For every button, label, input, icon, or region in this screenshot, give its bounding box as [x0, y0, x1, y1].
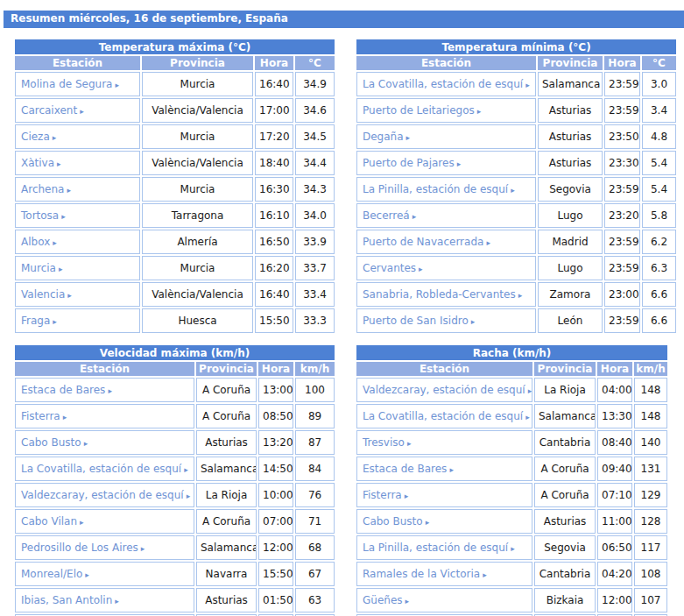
table-row: La Covatilla, estación de esquí▸Salamanc… — [15, 457, 335, 481]
table-temp-max: Temperatura máxima (°C) Estación Provinc… — [13, 38, 336, 335]
station-link[interactable]: Puerto de Leitariegos▸ — [363, 104, 481, 117]
station-cell: Albox▸ — [15, 230, 140, 254]
station-link[interactable]: Sanabria, Robleda-Cervantes▸ — [363, 288, 522, 301]
station-link[interactable]: Estaca de Bares▸ — [363, 463, 454, 475]
station-link[interactable]: La Covatilla, estación de esquí▸ — [21, 463, 188, 475]
station-link[interactable]: Cabo Vilan▸ — [21, 515, 84, 527]
arrow-right-icon: ▸ — [511, 544, 515, 553]
province-cell: Almería — [142, 230, 253, 254]
hour-cell: 15:50 — [258, 562, 293, 586]
station-link[interactable]: Tortosa▸ — [21, 209, 66, 222]
province-cell: Zamora — [538, 282, 603, 307]
value-cell: 33.7 — [295, 256, 335, 280]
station-link[interactable]: Puerto de Navacerrada▸ — [363, 236, 490, 248]
station-link[interactable]: Ibias, San Antolin▸ — [21, 594, 119, 606]
column-header-station: Estación — [15, 56, 140, 70]
table-row: Valencia▸València/Valencia16:4033.4 — [15, 282, 335, 307]
hour-cell: 04:20 — [597, 562, 632, 586]
province-cell: La Rioja — [534, 378, 596, 402]
station-link[interactable]: Valencia▸ — [21, 288, 72, 301]
hour-cell: 17:00 — [255, 98, 293, 123]
station-cell: Valdezcaray, estación de esquí▸ — [356, 378, 532, 402]
value-cell: 108 — [634, 562, 667, 586]
value-cell: 5.4 — [642, 151, 676, 175]
station-link[interactable]: Estaca de Bares▸ — [21, 384, 112, 396]
station-link[interactable]: Xàtiva▸ — [21, 157, 61, 169]
arrow-right-icon: ▸ — [477, 107, 482, 116]
arrow-right-icon: ▸ — [483, 570, 487, 579]
station-link[interactable]: Becerreá▸ — [363, 209, 416, 222]
column-header-unit: km/h — [295, 362, 335, 376]
station-cell: Estaca de Bares▸ — [15, 378, 194, 402]
arrow-right-icon: ▸ — [413, 212, 417, 221]
value-cell: 129 — [634, 483, 667, 507]
station-cell: La Covatilla, estación de esquí▸ — [15, 457, 194, 481]
station-link[interactable]: Fisterra▸ — [363, 489, 408, 501]
hour-cell: 23:59 — [604, 177, 640, 202]
column-header-province: Provincia — [534, 362, 596, 376]
value-cell: 67 — [295, 562, 335, 586]
table-row: Xàtiva▸València/Valencia18:4034.4 — [15, 151, 335, 175]
station-link[interactable]: Puerto de San Isidro▸ — [363, 315, 475, 327]
table-row: Cervantes▸Lugo23:596.3 — [356, 256, 676, 280]
station-link[interactable]: Cervantes▸ — [363, 262, 423, 274]
arrow-right-icon: ▸ — [59, 265, 63, 273]
station-link[interactable]: Cieza▸ — [21, 131, 56, 143]
station-cell: Carcaixent▸ — [15, 98, 140, 123]
station-cell: Fisterra▸ — [15, 404, 194, 428]
station-cell: Sanabria, Robleda-Cervantes▸ — [356, 282, 536, 307]
arrow-right-icon: ▸ — [525, 81, 530, 89]
station-cell: La Covatilla, estación de esquí▸ — [356, 404, 532, 428]
arrow-right-icon: ▸ — [141, 544, 145, 553]
station-link[interactable]: Güeñes▸ — [363, 594, 409, 606]
value-cell: 107 — [634, 588, 667, 612]
station-link[interactable]: Degaña▸ — [363, 131, 410, 143]
station-link[interactable]: Molina de Segura▸ — [21, 78, 119, 90]
value-cell: 33.3 — [295, 308, 335, 333]
station-link[interactable]: La Covatilla, estación de esquí▸ — [363, 78, 530, 90]
table-row: Monreal/Elo▸Navarra15:5067 — [15, 562, 335, 586]
station-link[interactable]: Albox▸ — [21, 236, 57, 248]
station-cell: Valencia▸ — [15, 282, 140, 307]
table-row: Puerto de Leitariegos▸Asturias23:593.4 — [356, 98, 676, 123]
station-cell: Cabo Busto▸ — [15, 430, 194, 455]
value-cell: 3.0 — [642, 72, 676, 96]
value-cell: 34.6 — [295, 98, 335, 123]
table-row: Carcaixent▸València/Valencia17:0034.6 — [15, 98, 335, 123]
station-link[interactable]: Puerto de Pajares▸ — [363, 157, 461, 169]
table-title: Temperatura máxima (°C) — [15, 39, 335, 54]
station-link[interactable]: La Pinilla, estación de esquí▸ — [363, 183, 515, 195]
province-cell: Asturias — [538, 124, 603, 149]
hour-cell: 16:40 — [255, 72, 293, 96]
station-link[interactable]: Ramales de la Victoria▸ — [363, 568, 487, 580]
province-cell: A Coruña — [534, 457, 596, 481]
value-cell: 63 — [295, 588, 335, 612]
station-link[interactable]: Pedrosillo de Los Aires▸ — [21, 542, 145, 554]
hour-cell: 09:40 — [597, 457, 632, 481]
table-row: Puerto de San Isidro▸León23:596.6 — [356, 308, 676, 333]
station-link[interactable]: Fisterra▸ — [21, 410, 67, 422]
station-link[interactable]: La Covatilla, estación de esquí▸ — [363, 410, 530, 422]
station-link[interactable]: Monreal/Elo▸ — [21, 568, 89, 580]
station-link[interactable]: Cabo Busto▸ — [21, 436, 88, 449]
arrow-right-icon: ▸ — [405, 492, 409, 500]
hour-cell: 23:59 — [604, 308, 640, 333]
station-link[interactable]: Valdezcaray, estación de esquí▸ — [21, 489, 190, 501]
station-link[interactable]: Fraga▸ — [21, 315, 57, 327]
station-cell: Güeñes▸ — [356, 588, 532, 612]
province-cell: A Coruña — [534, 483, 596, 507]
station-cell: Fraga▸ — [15, 308, 140, 333]
station-link[interactable]: Archena▸ — [21, 183, 71, 195]
station-link[interactable]: Murcia▸ — [21, 262, 62, 274]
value-cell: 34.9 — [295, 72, 335, 96]
province-cell: Salamanca — [538, 72, 603, 96]
table-row: La Pinilla, estación de esquí▸Segovia23:… — [356, 177, 676, 202]
station-link[interactable]: Carcaixent▸ — [21, 104, 84, 117]
station-link[interactable]: Tresviso▸ — [363, 436, 411, 449]
province-cell: Lugo — [538, 203, 603, 228]
column-header-station: Estación — [356, 362, 532, 376]
station-link[interactable]: Valdezcaray, estación de esquí▸ — [363, 384, 532, 396]
station-link[interactable]: La Pinilla, estación de esquí▸ — [363, 542, 515, 554]
table-row: Molina de Segura▸Murcia16:4034.9 — [15, 72, 335, 96]
station-link[interactable]: Cabo Busto▸ — [363, 515, 429, 527]
